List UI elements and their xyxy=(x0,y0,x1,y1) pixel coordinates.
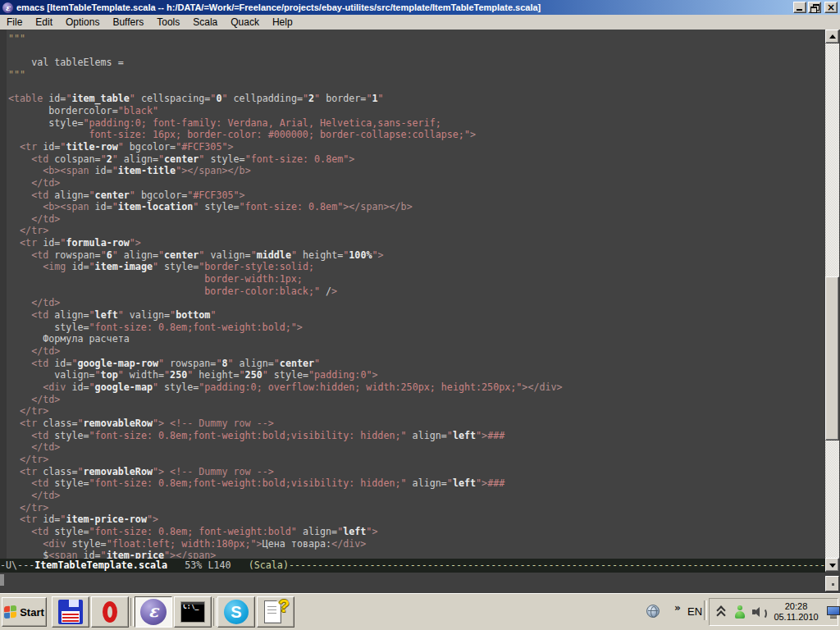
minimize-button[interactable] xyxy=(793,2,806,13)
start-button[interactable]: Start xyxy=(2,597,47,627)
code-line[interactable]: </tr> xyxy=(8,225,563,237)
code-line[interactable]: <td rowspan="6" align="center" valign="m… xyxy=(8,249,563,262)
code-line[interactable]: <tr class="removableRow"> <!-- Dummy row… xyxy=(8,466,563,478)
tray-divider xyxy=(704,600,707,620)
scrollbar-track[interactable] xyxy=(825,43,839,558)
code-line[interactable]: border-color:black;" /> xyxy=(8,285,563,298)
code-line[interactable]: border-width:1px; xyxy=(8,273,563,285)
code-line[interactable]: <tr class="removableRow"> <!-- Dummy row… xyxy=(8,418,563,430)
left-fringe xyxy=(0,30,7,559)
quicklaunch-skype[interactable]: S xyxy=(217,596,255,628)
code-line[interactable]: <div id="google-map" style="padding:0; o… xyxy=(8,381,563,394)
language-indicator[interactable]: EN xyxy=(687,605,702,618)
quicklaunch-save-floppy[interactable] xyxy=(52,596,89,628)
quicklaunch-emacs[interactable]: ε xyxy=(135,596,172,628)
menu-item-quack[interactable]: Quack xyxy=(224,16,266,30)
code-line[interactable]: </td> xyxy=(8,297,563,309)
help-file-icon: ? xyxy=(263,600,288,624)
code-line[interactable]: </td> xyxy=(8,177,563,189)
code-line[interactable]: </tr> xyxy=(8,454,563,466)
tray-time: 20:28 xyxy=(785,601,808,612)
code-line[interactable]: <td align="left" valign="bottom" xyxy=(8,309,563,322)
show-hidden-icons-icon[interactable] xyxy=(716,607,724,617)
code-line[interactable]: </td> xyxy=(8,490,563,502)
menu-bar: FileEditOptionsBuffersToolsScalaQuackHel… xyxy=(0,15,840,30)
code-line[interactable]: </td> xyxy=(8,441,563,454)
code-line[interactable]: <div style="float:left; width:180px;">Це… xyxy=(8,538,563,550)
code-area[interactable]: """ val tableElems = """<table id="item_… xyxy=(8,33,563,559)
code-line[interactable]: font-size: 16px; border-color: #000000; … xyxy=(8,129,563,141)
code-line[interactable]: <b><span id="item-title"></span></b> xyxy=(8,165,563,177)
code-line[interactable]: style="padding:0; font-family: Verdana, … xyxy=(8,117,563,130)
windows-logo-icon xyxy=(4,605,17,619)
quicklaunch-separator xyxy=(130,598,134,626)
vertical-scrollbar[interactable] xyxy=(825,30,839,572)
tray-date: 05.11.2010 xyxy=(774,612,818,623)
quicklaunch-opera[interactable] xyxy=(91,596,129,628)
menu-item-edit[interactable]: Edit xyxy=(29,16,59,30)
code-line[interactable]: <td align="center" bgcolor="#FCF305"> xyxy=(8,189,563,202)
echo-corner-box xyxy=(0,574,4,586)
quicklaunch-help[interactable]: ? xyxy=(257,596,294,628)
quicklaunch-command-prompt[interactable] xyxy=(174,596,212,628)
code-line[interactable]: </tr> xyxy=(8,405,563,418)
code-line[interactable]: """ xyxy=(8,33,563,45)
scroll-down-button[interactable] xyxy=(825,558,839,572)
floppy-disk-icon xyxy=(58,600,83,624)
toolbar-overflow-chevron-icon[interactable]: » xyxy=(674,603,681,613)
menu-item-scala[interactable]: Scala xyxy=(186,16,224,30)
code-line[interactable]: valign="top" width="250" height="250" st… xyxy=(8,369,563,381)
code-line[interactable] xyxy=(8,81,563,94)
tray-clock[interactable]: 20:28 05.11.2010 xyxy=(771,601,822,623)
code-line[interactable]: </td> xyxy=(8,345,563,358)
menu-item-tools[interactable]: Tools xyxy=(150,16,186,30)
code-line[interactable]: </tr> xyxy=(8,502,563,514)
code-line[interactable]: </td> xyxy=(8,394,563,406)
modeline-flags: -U\--- xyxy=(0,559,34,571)
tray-icon-box: 20:28 05.11.2010 xyxy=(709,598,838,626)
close-button[interactable] xyxy=(824,2,838,13)
start-button-label: Start xyxy=(20,606,44,619)
code-line[interactable]: <tr id="item-price-row"> xyxy=(8,514,563,526)
code-line[interactable]: </td> xyxy=(8,213,563,226)
code-line[interactable] xyxy=(8,45,563,57)
restore-button[interactable] xyxy=(808,2,821,13)
code-line[interactable]: <img id="item-image" style="border-style… xyxy=(8,261,563,273)
skype-icon: S xyxy=(224,600,249,624)
code-line[interactable]: bordercolor="black" xyxy=(8,105,563,117)
scrollbar-thumb[interactable] xyxy=(825,276,839,441)
window-title: emacs [ItemTableTemplate.scala -- h:/DAT… xyxy=(16,0,793,15)
modeline-dashes: ----------------------------------------… xyxy=(289,559,825,571)
code-line[interactable]: style="font-size: 0.8em;font-weight:bold… xyxy=(8,322,563,334)
editor-buffer[interactable]: """ val tableElems = """<table id="item_… xyxy=(0,30,825,559)
command-prompt-icon xyxy=(180,601,205,623)
messenger-person-icon[interactable] xyxy=(733,605,743,619)
modeline-buffer-name: ItemTableTemplate.scala xyxy=(34,559,167,571)
code-line[interactable]: <b><span id="item-location" style="font-… xyxy=(8,201,563,213)
resize-grip[interactable] xyxy=(825,576,839,591)
code-line[interactable]: <td style="font-size: 0.8em;font-weight:… xyxy=(8,430,563,442)
code-line[interactable]: <td style="font-size: 0.8em; font-weight… xyxy=(8,526,563,538)
echo-area[interactable] xyxy=(0,573,840,593)
title-bar: ε emacs [ItemTableTemplate.scala -- h:/D… xyxy=(0,0,840,15)
menu-item-help[interactable]: Help xyxy=(266,16,299,30)
scroll-up-button[interactable] xyxy=(825,30,839,43)
code-line[interactable]: <tr id="formula-row"> xyxy=(8,237,563,249)
emacs-icon: ε xyxy=(140,599,167,625)
menu-item-buffers[interactable]: Buffers xyxy=(106,16,150,30)
code-line[interactable]: <td style="font-size: 0.8em;font-weight:… xyxy=(8,477,563,490)
code-line[interactable]: Формула расчета xyxy=(8,333,563,345)
code-line[interactable]: $<span id="item-price"></span> xyxy=(8,550,563,559)
menu-item-options[interactable]: Options xyxy=(59,16,106,30)
code-line[interactable]: """ xyxy=(8,69,563,81)
code-line[interactable]: <td colspan="2" align="center" style="fo… xyxy=(8,153,563,166)
code-line[interactable]: <td id="google-map-row" rowspan="8" alig… xyxy=(8,358,563,370)
show-desktop-monitor-icon[interactable] xyxy=(827,605,838,619)
globe-tray-icon[interactable] xyxy=(646,605,660,618)
volume-icon[interactable] xyxy=(751,605,763,619)
code-line[interactable]: <tr id="title-row" bgcolor="#FCF305"> xyxy=(8,141,563,153)
menu-item-file[interactable]: File xyxy=(0,16,29,30)
code-line[interactable]: <table id="item_table" cellspacing="0" c… xyxy=(8,93,563,105)
code-line[interactable]: val tableElems = xyxy=(8,57,563,69)
modeline-major-mode: (Scala) xyxy=(249,559,289,571)
